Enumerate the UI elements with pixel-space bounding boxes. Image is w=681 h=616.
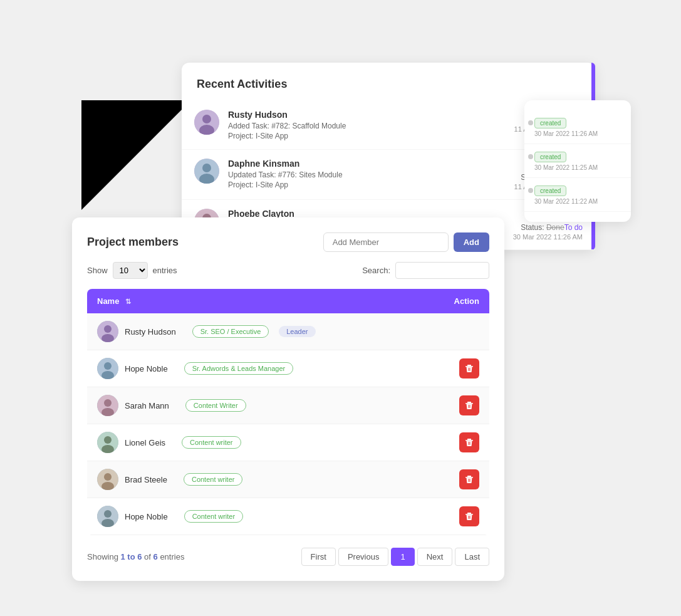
leader-badge: Leader xyxy=(279,326,315,337)
action-cell xyxy=(425,350,489,387)
timeline-time: 30 Mar 2022 11:25 AM xyxy=(534,164,621,171)
table-row: Brad Steele Content writer xyxy=(87,461,489,498)
svg-rect-32 xyxy=(470,442,470,445)
table-row: Hope Noble Content writer xyxy=(87,498,489,535)
role-badge: Sr. Adwords & Leads Manager xyxy=(184,362,294,375)
timeline-panel: created 30 Mar 2022 11:26 AM created 30 … xyxy=(524,100,631,222)
delete-button[interactable] xyxy=(459,506,479,526)
activity-name: Rusty Hudson xyxy=(228,110,482,120)
action-cell xyxy=(425,461,489,498)
pagination-footer: Showing 1 to 6 of 6 entries First Previo… xyxy=(87,548,489,566)
timeline-item: created 30 Mar 2022 11:25 AM xyxy=(524,144,631,178)
svg-rect-45 xyxy=(469,516,469,519)
activity-content: Rusty Hudson Added Task: #782: Scaffold … xyxy=(228,110,482,140)
svg-rect-17 xyxy=(469,368,469,371)
table-controls: Show 10 25 50 100 entries Search: xyxy=(87,262,489,279)
svg-rect-46 xyxy=(470,516,470,519)
svg-point-20 xyxy=(104,399,112,407)
entries-label: entries xyxy=(153,266,177,275)
add-member-input[interactable] xyxy=(323,232,449,252)
action-cell xyxy=(425,387,489,424)
previous-page-button[interactable]: Previous xyxy=(338,548,389,566)
table-header-row: Name ⇅ Action xyxy=(87,289,489,313)
avatar xyxy=(97,395,118,416)
svg-rect-37 xyxy=(467,476,471,477)
role-badge: Content writer xyxy=(184,473,242,486)
svg-rect-43 xyxy=(465,514,473,515)
delete-button[interactable] xyxy=(459,358,479,378)
activity-task: Updated Task: #776: Sites Module xyxy=(228,170,482,179)
member-name-cell: Hope Noble Content writer xyxy=(87,498,425,535)
delete-button[interactable] xyxy=(459,469,479,489)
svg-point-34 xyxy=(104,473,112,481)
timeline-badge-created: created xyxy=(534,118,566,128)
add-member-button[interactable]: Add xyxy=(454,232,489,252)
sort-icon: ⇅ xyxy=(125,298,131,306)
delete-button[interactable] xyxy=(459,395,479,415)
action-cell xyxy=(425,424,489,461)
last-page-button[interactable]: Last xyxy=(455,548,489,566)
col-name[interactable]: Name ⇅ xyxy=(87,289,425,313)
action-cell xyxy=(425,498,489,535)
member-cell: Hope Noble Sr. Adwords & Leads Manager xyxy=(97,358,415,379)
showing-total: 6 xyxy=(153,552,158,561)
svg-rect-15 xyxy=(465,366,473,367)
current-page-button[interactable]: 1 xyxy=(391,548,414,566)
avatar xyxy=(194,110,219,135)
showing-text: Showing 1 to 6 of 6 entries xyxy=(87,552,184,561)
svg-point-4 xyxy=(202,164,211,172)
avatar xyxy=(97,321,118,342)
svg-rect-18 xyxy=(470,368,470,371)
search-label: Search: xyxy=(362,266,390,275)
avatar xyxy=(194,159,219,184)
avatar xyxy=(97,358,118,379)
panel-header: Project members Add xyxy=(87,232,489,252)
timeline-time: 30 Mar 2022 11:22 AM xyxy=(534,198,621,205)
timeline-item: created 30 Mar 2022 11:22 AM xyxy=(524,178,631,212)
member-name-cell: Lionel Geis Content writer xyxy=(87,424,425,461)
panel-title: Project members xyxy=(87,236,179,249)
first-page-button[interactable]: First xyxy=(301,548,336,566)
member-name: Brad Steele xyxy=(125,475,167,484)
svg-point-10 xyxy=(104,325,112,333)
svg-point-1 xyxy=(202,115,211,123)
member-name: Lionel Geis xyxy=(125,438,165,447)
timeline-badge-created: created xyxy=(534,185,566,196)
member-name: Rusty Hudson xyxy=(125,327,176,337)
status-done: Done xyxy=(546,223,564,232)
table-row: Lionel Geis Content writer xyxy=(87,424,489,461)
svg-rect-30 xyxy=(467,439,471,440)
member-name-cell: Sarah Mann Content Writer xyxy=(87,387,425,424)
svg-rect-44 xyxy=(467,513,471,514)
add-member-container: Add xyxy=(323,232,489,252)
svg-rect-25 xyxy=(470,405,470,408)
members-table: Name ⇅ Action Rusty Hudson xyxy=(87,289,489,535)
status-todo: To do xyxy=(564,223,583,232)
activity-project: Project: I-Site App xyxy=(228,132,482,140)
search-container: Search: xyxy=(362,262,489,279)
search-input[interactable] xyxy=(395,262,489,279)
entries-select[interactable]: 10 25 50 100 xyxy=(113,262,148,279)
activity-project: Project: I-Site App xyxy=(228,180,482,189)
member-name: Hope Noble xyxy=(125,512,168,521)
delete-button[interactable] xyxy=(459,432,479,452)
table-row: Sarah Mann Content Writer xyxy=(87,387,489,424)
timeline-badge-created: created xyxy=(534,152,566,162)
activity-content: Daphne Kinsman Updated Task: #776: Sites… xyxy=(228,159,482,189)
project-members-panel: Project members Add Show 10 25 50 100 en… xyxy=(72,217,504,581)
svg-rect-24 xyxy=(469,405,469,408)
avatar xyxy=(97,506,118,527)
member-name-cell: Brad Steele Content writer xyxy=(87,461,425,498)
svg-point-27 xyxy=(104,436,112,444)
member-cell: Sarah Mann Content Writer xyxy=(97,395,415,416)
pagination-buttons: First Previous 1 Next Last xyxy=(301,548,489,566)
member-cell: Brad Steele Content writer xyxy=(97,469,415,490)
role-badge: Sr. SEO / Executive xyxy=(192,325,269,338)
next-page-button[interactable]: Next xyxy=(417,548,453,566)
svg-rect-23 xyxy=(467,402,471,403)
member-cell: Hope Noble Content writer xyxy=(97,506,415,527)
activity-task: Added Task: #782: Scaffold Module xyxy=(228,122,482,130)
svg-rect-31 xyxy=(469,442,469,445)
table-row: Rusty Hudson Sr. SEO / Executive Leader xyxy=(87,313,489,350)
decoration-triangle xyxy=(81,100,191,210)
